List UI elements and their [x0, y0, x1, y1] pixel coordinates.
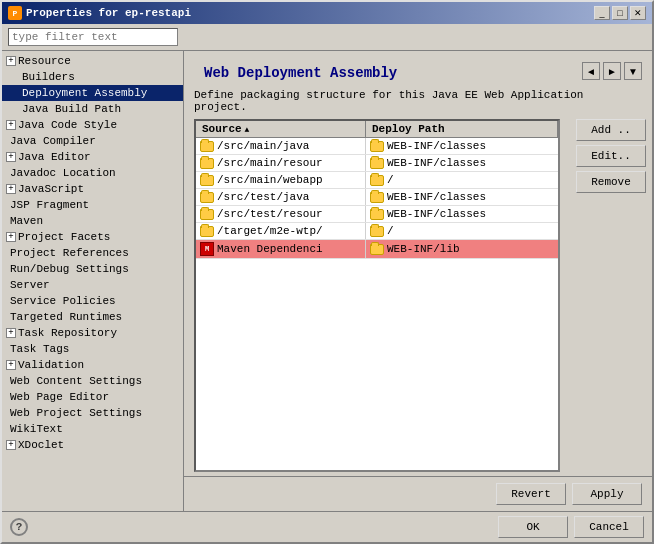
cancel-button[interactable]: Cancel	[574, 516, 644, 538]
sidebar-item-label: Project References	[10, 247, 129, 259]
folder-icon	[370, 209, 384, 220]
sidebar-item-deployment-assembly[interactable]: Deployment Assembly	[2, 85, 183, 101]
sidebar-item-javadoc-location[interactable]: Javadoc Location	[2, 165, 183, 181]
sidebar-item-resource[interactable]: + Resource	[2, 53, 183, 69]
sort-icon: ▲	[245, 125, 250, 134]
sidebar-item-label: Javadoc Location	[10, 167, 116, 179]
sidebar-item-web-project-settings[interactable]: Web Project Settings	[2, 405, 183, 421]
folder-icon	[370, 226, 384, 237]
sidebar-item-web-content-settings[interactable]: Web Content Settings	[2, 373, 183, 389]
panel-title: Web Deployment Assembly	[194, 57, 407, 85]
column-header-deploy[interactable]: Deploy Path	[366, 121, 558, 137]
table-row[interactable]: /src/main/java WEB-INF/classes	[196, 138, 558, 155]
source-cell: M Maven Dependenci	[196, 240, 366, 258]
folder-icon	[370, 175, 384, 186]
sidebar-item-project-references[interactable]: Project References	[2, 245, 183, 261]
filter-input[interactable]	[8, 28, 178, 46]
sidebar-item-jsp-fragment[interactable]: JSP Fragment	[2, 197, 183, 213]
table-body: /src/main/java WEB-INF/classes	[196, 138, 558, 470]
deploy-cell: WEB-INF/classes	[366, 138, 558, 154]
sidebar-item-targeted-runtimes[interactable]: Targeted Runtimes	[2, 309, 183, 325]
deploy-cell: WEB-INF/classes	[366, 155, 558, 171]
close-button[interactable]: ✕	[630, 6, 646, 20]
dropdown-button[interactable]: ▼	[624, 62, 642, 80]
remove-button[interactable]: Remove	[576, 171, 646, 193]
deploy-cell: WEB-INF/classes	[366, 189, 558, 205]
sidebar-item-java-code-style[interactable]: + Java Code Style	[2, 117, 183, 133]
folder-icon	[200, 209, 214, 220]
main-content: + Resource Builders Deployment Assembly …	[2, 51, 652, 511]
folder-icon	[370, 244, 384, 255]
apply-button[interactable]: Apply	[572, 483, 642, 505]
sidebar-item-java-compiler[interactable]: Java Compiler	[2, 133, 183, 149]
sidebar-item-validation[interactable]: + Validation	[2, 357, 183, 373]
sidebar-item-label: XDoclet	[18, 439, 64, 451]
sidebar-item-maven[interactable]: Maven	[2, 213, 183, 229]
sidebar-item-label: Service Policies	[10, 295, 116, 307]
sidebar-item-label: Deployment Assembly	[22, 87, 147, 99]
expand-icon: +	[6, 440, 16, 450]
table-row[interactable]: /src/main/webapp /	[196, 172, 558, 189]
sidebar-item-wikitext[interactable]: WikiText	[2, 421, 183, 437]
folder-icon	[200, 192, 214, 203]
folder-icon	[200, 226, 214, 237]
expand-icon: +	[6, 56, 16, 66]
source-cell: /target/m2e-wtp/	[196, 223, 366, 239]
source-cell: /src/main/webapp	[196, 172, 366, 188]
table-row[interactable]: /src/test/java WEB-INF/classes	[196, 189, 558, 206]
sidebar-item-web-page-editor[interactable]: Web Page Editor	[2, 389, 183, 405]
sidebar-item-label: Maven	[10, 215, 43, 227]
sidebar-item-task-tags[interactable]: Task Tags	[2, 341, 183, 357]
forward-button[interactable]: ►	[603, 62, 621, 80]
sidebar-item-service-policies[interactable]: Service Policies	[2, 293, 183, 309]
sidebar-item-label: Web Project Settings	[10, 407, 142, 419]
sidebar-item-label: Targeted Runtimes	[10, 311, 122, 323]
edit-button[interactable]: Edit..	[576, 145, 646, 167]
sidebar-item-label: Run/Debug Settings	[10, 263, 129, 275]
add-button[interactable]: Add ..	[576, 119, 646, 141]
filter-bar	[2, 24, 652, 51]
sidebar-item-builders[interactable]: Builders	[2, 69, 183, 85]
sidebar-item-task-repository[interactable]: + Task Repository	[2, 325, 183, 341]
right-panel: Web Deployment Assembly ◄ ► ▼ Define pac…	[184, 51, 652, 511]
help-icon[interactable]: ?	[10, 518, 28, 536]
sidebar-item-javascript[interactable]: + JavaScript	[2, 181, 183, 197]
sidebar-item-java-editor[interactable]: + Java Editor	[2, 149, 183, 165]
ok-button[interactable]: OK	[498, 516, 568, 538]
expand-icon: +	[6, 120, 16, 130]
maven-icon: M	[200, 242, 214, 256]
sidebar-item-label: Resource	[18, 55, 71, 67]
folder-icon	[370, 192, 384, 203]
window-title: Properties for ep-restapi	[26, 7, 191, 19]
source-cell: /src/test/resour	[196, 206, 366, 222]
table-row[interactable]: /target/m2e-wtp/ /	[196, 223, 558, 240]
table-row[interactable]: /src/main/resour WEB-INF/classes	[196, 155, 558, 172]
table-container: Source ▲ Deploy Path /src/ma	[184, 119, 570, 472]
sidebar-item-label: Task Repository	[18, 327, 117, 339]
very-bottom-bar: ? OK Cancel	[2, 511, 652, 542]
expand-icon: +	[6, 328, 16, 338]
back-button[interactable]: ◄	[582, 62, 600, 80]
column-header-source[interactable]: Source ▲	[196, 121, 366, 137]
revert-button[interactable]: Revert	[496, 483, 566, 505]
window-icon: P	[8, 6, 22, 20]
sidebar-item-server[interactable]: Server	[2, 277, 183, 293]
sidebar-item-label: Java Compiler	[10, 135, 96, 147]
folder-icon	[370, 158, 384, 169]
sidebar-item-run-debug-settings[interactable]: Run/Debug Settings	[2, 261, 183, 277]
title-bar-content: P Properties for ep-restapi	[8, 6, 191, 20]
folder-icon	[370, 141, 384, 152]
minimize-button[interactable]: _	[594, 6, 610, 20]
sidebar-item-xdoclet[interactable]: + XDoclet	[2, 437, 183, 453]
maximize-button[interactable]: □	[612, 6, 628, 20]
sidebar-item-java-build-path[interactable]: Java Build Path	[2, 101, 183, 117]
sidebar-item-label: Web Page Editor	[10, 391, 109, 403]
table-row[interactable]: /src/test/resour WEB-INF/classes	[196, 206, 558, 223]
table-row-selected[interactable]: M Maven Dependenci WEB-INF/lib	[196, 240, 558, 259]
sidebar-item-label: JavaScript	[18, 183, 84, 195]
table-header: Source ▲ Deploy Path	[196, 121, 558, 138]
sidebar-item-project-facets[interactable]: + Project Facets	[2, 229, 183, 245]
sidebar-item-label: Project Facets	[18, 231, 110, 243]
deploy-cell: WEB-INF/classes	[366, 206, 558, 222]
sidebar-item-label: WikiText	[10, 423, 63, 435]
